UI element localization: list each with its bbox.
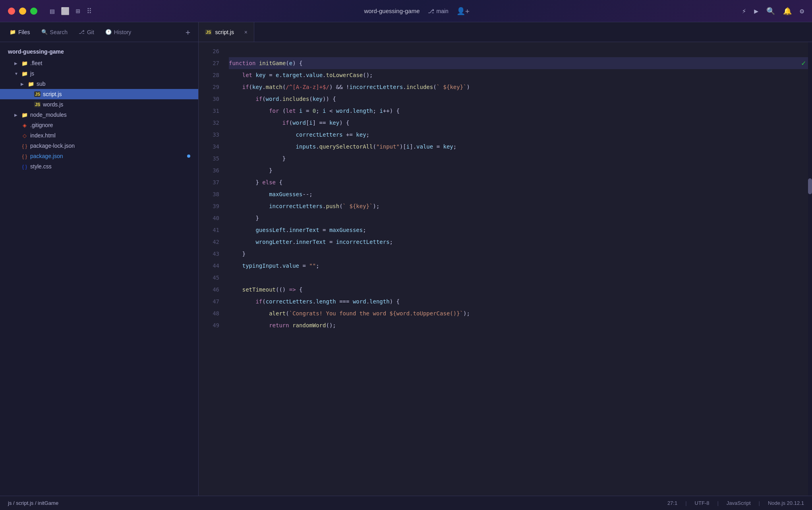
main-layout: 📁 Files 🔍 Search ⎇ Git 🕐 History + word-… bbox=[0, 22, 812, 496]
lightning-icon[interactable]: ⚡ bbox=[742, 7, 746, 15]
search-tab-icon: 🔍 bbox=[41, 29, 48, 35]
file-tree: word-guessing-game ▶ 📁 .fleet ▼ 📁 js ▶ 📁… bbox=[0, 42, 198, 176]
code-line: wrongLetter.innerText = incorrectLetters… bbox=[229, 236, 812, 248]
code-line: let key = e.target.value.toLowerCase(); bbox=[229, 69, 812, 81]
maximize-button[interactable] bbox=[30, 8, 37, 15]
add-collaborator-icon[interactable]: 👤+ bbox=[456, 7, 470, 15]
git-tab-label: Git bbox=[87, 29, 94, 35]
js-file-icon: JS bbox=[34, 102, 41, 107]
tree-item-label: js bbox=[30, 70, 34, 77]
json-file-icon: { } bbox=[21, 153, 28, 159]
tree-item-label: node_modules bbox=[30, 112, 67, 118]
code-line: incorrectLetters.push(` ${key}`); bbox=[229, 200, 812, 212]
breadcrumb-path: js / script.js / initGame bbox=[8, 500, 58, 506]
tree-item-label: package.json bbox=[30, 153, 63, 159]
separator: | bbox=[759, 500, 760, 506]
grid-icon[interactable]: ⠿ bbox=[87, 7, 92, 15]
close-tab-button[interactable]: × bbox=[244, 29, 247, 35]
sidebar: 📁 Files 🔍 Search ⎇ Git 🕐 History + word-… bbox=[0, 22, 199, 496]
code-line: guessLeft.innerText = maxGuesses; bbox=[229, 224, 812, 236]
folder-icon: 📁 bbox=[21, 112, 28, 118]
code-line: if(word.includes(key)) { bbox=[229, 93, 812, 105]
tree-root: word-guessing-game bbox=[0, 47, 198, 56]
chevron-right-icon: ▶ bbox=[21, 82, 25, 86]
traffic-lights bbox=[8, 8, 37, 15]
tree-item-gitignore[interactable]: ◈ .gitignore bbox=[0, 120, 198, 130]
tree-item-label: sub bbox=[37, 81, 46, 87]
encoding: UTF-8 bbox=[695, 500, 710, 506]
tree-item-label: .fleet bbox=[30, 60, 42, 66]
code-line: } else { bbox=[229, 176, 812, 188]
editor-tab-script-js[interactable]: JS script.js × bbox=[199, 22, 254, 42]
split-view-icon[interactable]: ⊞ bbox=[76, 7, 80, 15]
sidebar-tab-history[interactable]: 🕐 History bbox=[101, 27, 136, 38]
search-tab-label: Search bbox=[50, 29, 68, 35]
scrollbar-thumb[interactable] bbox=[808, 178, 812, 194]
editor-tabs: JS script.js × bbox=[199, 22, 812, 42]
json-file-icon: { } bbox=[21, 143, 28, 149]
files-tab-label: Files bbox=[18, 29, 30, 35]
tab-label: script.js bbox=[215, 29, 234, 35]
tree-item-label: index.html bbox=[30, 132, 56, 139]
modified-indicator bbox=[187, 155, 190, 158]
tree-item-sub[interactable]: ▶ 📁 sub bbox=[0, 79, 198, 89]
tree-item-label: words.js bbox=[43, 101, 63, 108]
history-tab-label: History bbox=[114, 29, 131, 35]
sidebar-tab-git[interactable]: ⎇ Git bbox=[74, 27, 99, 38]
minimize-button[interactable] bbox=[19, 8, 26, 15]
settings-icon[interactable]: ⚙ bbox=[800, 7, 804, 15]
html-file-icon: ◇ bbox=[21, 133, 28, 139]
branch-name: main bbox=[437, 8, 449, 14]
code-line: if(word[i] == key) { bbox=[229, 117, 812, 129]
titlebar-center: word-guessing-game ⎇ main 👤+ bbox=[98, 7, 736, 15]
tree-item-words-js[interactable]: JS words.js bbox=[0, 99, 198, 110]
search-icon[interactable]: 🔍 bbox=[766, 7, 775, 15]
tree-item-label: style.css bbox=[30, 163, 52, 170]
editor-area: JS script.js × 26 27 28 29 30 31 32 33 3… bbox=[199, 22, 812, 496]
language: JavaScript bbox=[727, 500, 751, 506]
git-file-icon: ◈ bbox=[21, 122, 28, 128]
line-numbers: 26 27 28 29 30 31 32 33 34 35 36 37 38 3… bbox=[199, 42, 222, 496]
tree-item-package-lock[interactable]: { } package-lock.json bbox=[0, 141, 198, 151]
sidebar-tab-files[interactable]: 📁 Files bbox=[5, 27, 35, 38]
close-button[interactable] bbox=[8, 8, 15, 15]
add-tab-button[interactable]: + bbox=[182, 26, 193, 39]
folder-icon: 📁 bbox=[21, 60, 28, 66]
tree-item-node-modules[interactable]: ▶ 📁 node_modules bbox=[0, 110, 198, 120]
panel-toggle-icon[interactable]: ⬜ bbox=[61, 7, 70, 15]
bell-icon[interactable]: 🔔 bbox=[783, 7, 792, 15]
tree-item-style-css[interactable]: { } style.css bbox=[0, 161, 198, 172]
tree-item-script-js[interactable]: JS script.js bbox=[0, 89, 198, 99]
separator: | bbox=[717, 500, 718, 506]
code-line: if(correctLetters.length === word.length… bbox=[229, 296, 812, 307]
titlebar: ▤ ⬜ ⊞ ⠿ word-guessing-game ⎇ main 👤+ ⚡ ▶… bbox=[0, 0, 812, 22]
separator: | bbox=[685, 500, 686, 506]
project-name: word-guessing-game bbox=[364, 8, 420, 14]
sidebar-tabs: 📁 Files 🔍 Search ⎇ Git 🕐 History + bbox=[0, 22, 198, 42]
tree-item-js[interactable]: ▼ 📁 js bbox=[0, 68, 198, 79]
breadcrumb: js / script.js / initGame bbox=[8, 500, 58, 506]
runtime: Node.js 20.12.1 bbox=[768, 500, 804, 506]
code-line: function initGame(e) { ✓ bbox=[229, 57, 812, 69]
code-line bbox=[229, 272, 812, 284]
css-file-icon: { } bbox=[21, 164, 28, 170]
code-line: if(key.match(/^[A-Za-z]+$/) && !incorrec… bbox=[229, 81, 812, 93]
scrollbar-track bbox=[808, 42, 812, 496]
chevron-down-icon: ▼ bbox=[14, 71, 19, 76]
tree-item-index-html[interactable]: ◇ index.html bbox=[0, 130, 198, 141]
tree-item-label: script.js bbox=[43, 91, 62, 97]
git-tab-icon: ⎇ bbox=[79, 29, 85, 35]
tree-item-label: package-lock.json bbox=[30, 143, 75, 149]
code-line: for (let i = 0; i < word.length; i++) { bbox=[229, 105, 812, 117]
code-line: correctLetters += key; bbox=[229, 129, 812, 141]
tree-item-package-json[interactable]: { } package.json bbox=[0, 151, 198, 161]
tree-item-label: .gitignore bbox=[30, 122, 53, 128]
code-editor[interactable]: function initGame(e) { ✓ let key = e.tar… bbox=[222, 42, 812, 496]
sidebar-toggle-icon[interactable]: ▤ bbox=[50, 7, 54, 15]
sidebar-tab-search[interactable]: 🔍 Search bbox=[37, 27, 72, 38]
tree-item-fleet[interactable]: ▶ 📁 .fleet bbox=[0, 58, 198, 68]
code-line: } bbox=[229, 212, 812, 224]
code-line: alert(`Congrats! You found the word ${wo… bbox=[229, 307, 812, 319]
code-line bbox=[229, 45, 812, 57]
run-icon[interactable]: ▶ bbox=[754, 7, 758, 15]
